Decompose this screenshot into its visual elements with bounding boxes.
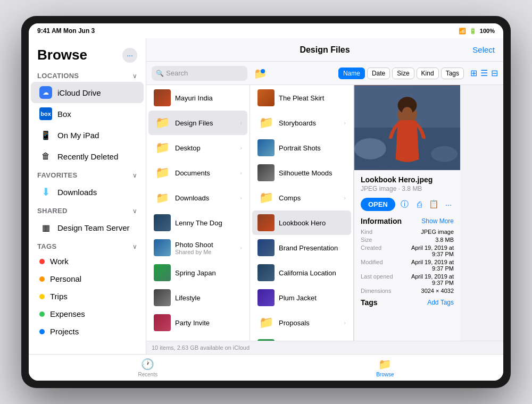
- list-item[interactable]: Party Invite: [148, 310, 247, 335]
- sort-kind-chip[interactable]: Kind: [417, 68, 439, 79]
- dimensions-value: 3024 × 4032: [421, 288, 454, 294]
- tags-section: Tags Add Tags: [361, 298, 454, 307]
- kind-key: Kind: [361, 229, 372, 235]
- projects-tag-label: Projects: [50, 327, 79, 336]
- sidebar-item-design-team-server[interactable]: ▦ Design Team Server: [31, 217, 144, 238]
- sidebar-item-work[interactable]: Work: [31, 252, 144, 270]
- column-1: Mayuri India 📁 Design Files ›: [146, 85, 250, 341]
- item-info: Spring Japan: [175, 269, 242, 277]
- shared-label: Shared: [37, 207, 68, 215]
- list-item[interactable]: 📁 Comps ›: [252, 186, 351, 210]
- item-thumbnail: [257, 214, 275, 231]
- sidebar-item-box[interactable]: box Box: [31, 103, 144, 124]
- item-name: Portrait Shots: [279, 144, 346, 152]
- projects-tag-dot: [39, 329, 45, 334]
- list-view-button[interactable]: ☰: [480, 68, 488, 78]
- dimensions-key: Dimensions: [361, 288, 391, 294]
- item-subtitle: Shared by Me: [175, 249, 236, 255]
- item-thumbnail: 📁: [154, 164, 171, 181]
- open-button[interactable]: OPEN: [361, 198, 395, 211]
- list-item[interactable]: Plum Jacket: [252, 285, 351, 310]
- list-item[interactable]: The Pleat Skirt: [252, 86, 351, 110]
- item-thumbnail: 📁: [154, 139, 171, 156]
- sort-name-chip[interactable]: Name: [338, 68, 365, 79]
- list-item[interactable]: Color Inspiration: [252, 335, 351, 341]
- list-item[interactable]: Lifestyle: [148, 285, 247, 310]
- modified-key: Modified: [361, 259, 383, 272]
- list-item[interactable]: 📁 Proposals ›: [252, 310, 351, 335]
- sidebar-item-projects[interactable]: Projects: [31, 323, 144, 340]
- copy-action-button[interactable]: 📋: [429, 197, 439, 212]
- tab-browse[interactable]: 📁 Browse: [376, 358, 394, 377]
- sidebar-item-recently-deleted[interactable]: 🗑 Recently Deleted: [31, 146, 144, 167]
- folder-filter-button[interactable]: 📁: [254, 67, 267, 80]
- column-2: The Pleat Skirt 📁 Storyboards ›: [250, 85, 354, 341]
- browser-topbar: Design Files Select: [146, 38, 503, 62]
- info-section-header: Information Show More: [361, 217, 454, 225]
- icloud-icon: ☁: [39, 86, 52, 99]
- grid-view-button[interactable]: ⊞: [470, 68, 477, 78]
- list-item[interactable]: 📁 Design Files ›: [148, 111, 247, 135]
- tab-recents[interactable]: 🕐 Recents: [138, 358, 157, 377]
- item-thumbnail: 📁: [154, 189, 171, 206]
- box-icon: box: [39, 107, 52, 120]
- trips-tag-dot: [39, 294, 45, 299]
- list-item[interactable]: Brand Presentation: [252, 235, 351, 260]
- chevron-icon: ›: [240, 145, 242, 151]
- list-item[interactable]: Mayuri India: [148, 86, 247, 110]
- tags-section-header: Tags ∨: [29, 238, 146, 252]
- wifi-icon: 📶: [459, 28, 466, 35]
- favorites-section-header: Favorites ∨: [29, 167, 146, 181]
- sidebar-item-personal[interactable]: Personal: [31, 270, 144, 288]
- item-thumbnail: [154, 239, 171, 256]
- select-button[interactable]: Select: [472, 45, 495, 54]
- item-name: Design Files: [175, 119, 236, 127]
- more-action-button[interactable]: ···: [443, 197, 454, 212]
- list-item[interactable]: Lenny The Dog: [148, 211, 247, 235]
- sidebar-item-trips[interactable]: Trips: [31, 288, 144, 305]
- item-thumbnail: 📁: [154, 114, 171, 131]
- expenses-tag-dot: [39, 312, 45, 317]
- sidebar-item-on-my-ipad[interactable]: 📱 On My iPad: [31, 124, 144, 146]
- locations-section-header: Locations ∨: [29, 68, 146, 82]
- sort-date-chip[interactable]: Date: [367, 68, 390, 79]
- item-thumbnail: [257, 339, 275, 341]
- item-name: Plum Jacket: [279, 294, 346, 302]
- item-name: Party Invite: [175, 319, 242, 327]
- sidebar-item-expenses[interactable]: Expenses: [31, 305, 144, 323]
- sort-tags-chip[interactable]: Tags: [441, 68, 464, 79]
- item-name: Mayuri India: [175, 94, 242, 102]
- item-name: Spring Japan: [175, 269, 242, 277]
- list-item[interactable]: Lookbook Hero: [252, 211, 351, 235]
- list-item[interactable]: Photo Shoot Shared by Me ›: [148, 235, 247, 260]
- sidebar-item-icloud-drive[interactable]: ☁ iCloud Drive: [31, 82, 144, 103]
- show-more-button[interactable]: Show More: [421, 217, 454, 225]
- list-item[interactable]: Portrait Shots: [252, 136, 351, 160]
- list-item[interactable]: Spring Japan: [148, 260, 247, 285]
- tags-chevron: ∨: [132, 243, 137, 250]
- folder-icon: 📁: [155, 116, 170, 130]
- box-label: Box: [57, 110, 71, 119]
- list-item[interactable]: California Location: [252, 260, 351, 285]
- chevron-icon: ›: [344, 319, 346, 326]
- search-bar[interactable]: 🔍 Search: [152, 66, 247, 81]
- information-section: Information Show More Kind JPEG image Si…: [361, 217, 454, 294]
- info-action-button[interactable]: ⓘ: [400, 197, 410, 212]
- sort-size-chip[interactable]: Size: [392, 68, 414, 79]
- info-row-modified: Modified April 19, 2019 at 9:37 PM: [361, 259, 454, 272]
- list-item[interactable]: 📁 Storyboards ›: [252, 111, 351, 135]
- status-bar: 9:41 AM Mon Jun 3 📶 🔋 100%: [29, 23, 503, 38]
- add-tags-button[interactable]: Add Tags: [427, 299, 454, 306]
- sidebar-more-button[interactable]: ···: [122, 48, 137, 63]
- list-item[interactable]: 📁 Downloads ›: [148, 186, 247, 210]
- list-item[interactable]: 📁 Documents ›: [148, 161, 247, 185]
- item-info: Downloads: [175, 194, 236, 202]
- created-value: April 19, 2019 at 9:37 PM: [403, 245, 454, 257]
- item-info: Mayuri India: [175, 94, 242, 102]
- column-view-button[interactable]: ⊟: [491, 68, 498, 78]
- item-thumbnail: [257, 289, 275, 306]
- list-item[interactable]: 📁 Desktop ›: [148, 136, 247, 160]
- list-item[interactable]: Silhouette Moods: [252, 161, 351, 185]
- sidebar-item-downloads[interactable]: ⬇ Downloads: [31, 181, 144, 203]
- share-action-button[interactable]: ⎙: [414, 197, 425, 212]
